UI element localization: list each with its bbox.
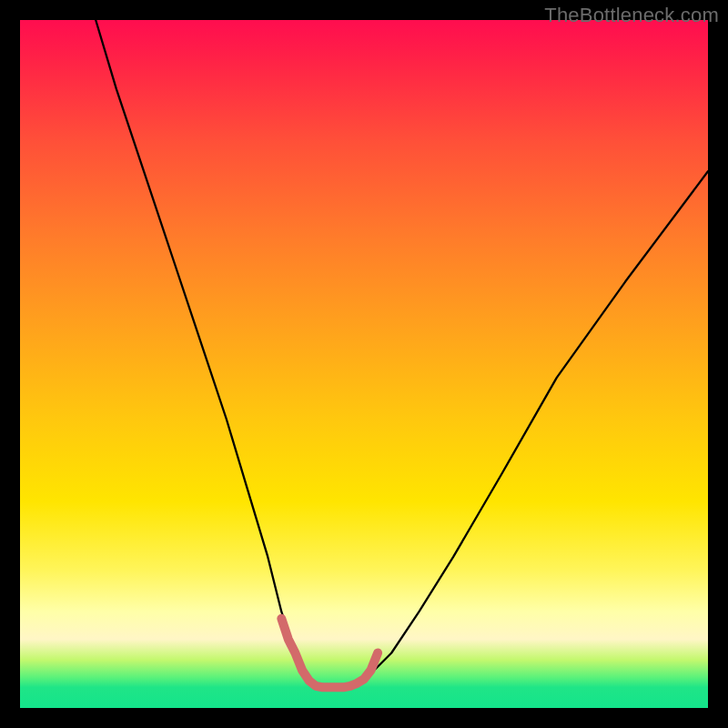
chart-svg	[20, 20, 708, 708]
series-highlight-u	[281, 619, 378, 688]
series-v-curve	[96, 20, 708, 687]
watermark-text: TheBottleneck.com	[544, 4, 719, 27]
chart-frame: TheBottleneck.com	[0, 0, 728, 728]
